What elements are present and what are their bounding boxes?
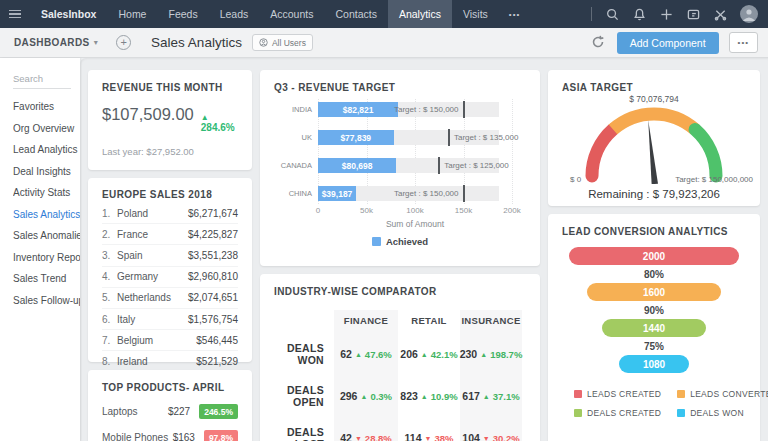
up-arrow-icon: ▲ xyxy=(421,351,428,358)
up-arrow-icon: ▲ xyxy=(480,351,487,358)
sidebar-item-lead-analytics[interactable]: Lead Analytics xyxy=(13,144,80,155)
funnel-chart: 2000 80% 1600 90% 1440 75% 1080 xyxy=(562,247,746,373)
row-header: DEALS LOST xyxy=(274,417,334,441)
sidebar-item-sales-analytics[interactable]: Sales Analytics xyxy=(13,209,80,220)
user-avatar[interactable] xyxy=(740,5,758,23)
sidebar-item-sales-trend[interactable]: Sales Trend xyxy=(13,273,80,284)
sidebar-item-deal-insights[interactable]: Deal Insights xyxy=(13,166,80,177)
chart-bar-row: INDIA $82,821 Target : $ 150,000 xyxy=(318,102,512,117)
list-item: 2.France$4,225,827 xyxy=(102,224,238,245)
nav-item-analytics[interactable]: Analytics xyxy=(388,0,452,28)
funnel-stage[interactable]: 1600 xyxy=(587,283,721,301)
chart-bar-row: CANADA $80,698 Target : $ 125,000 xyxy=(318,158,512,173)
sidebar-item-inventory-reports[interactable]: Inventory Reports xyxy=(13,252,80,263)
legend-item: DEALS CREATED xyxy=(574,408,661,418)
card-title: LEAD CONVERSION ANALYTICS xyxy=(562,226,746,237)
nav-item-contacts[interactable]: Contacts xyxy=(324,0,387,28)
top-navigation-bar: SalesInbox Home Feeds Leads Accounts Con… xyxy=(0,0,768,28)
legend-swatch xyxy=(372,237,381,246)
add-dashboard-button[interactable]: + xyxy=(116,35,131,50)
menu-icon[interactable] xyxy=(0,0,30,28)
status-badge: 246.5% xyxy=(199,404,238,419)
funnel-stage[interactable]: 2000 xyxy=(569,247,738,265)
gauge-segment-green xyxy=(695,129,716,176)
legend-item: LEADS CREATED xyxy=(574,389,661,399)
funnel-legend: LEADS CREATED LEADS CONVERTED DEALS CREA… xyxy=(562,389,746,418)
nav-divider xyxy=(591,7,592,21)
users-icon xyxy=(259,38,268,47)
all-users-label: All Users xyxy=(272,38,306,48)
table-cell: 617▲37.1% xyxy=(460,375,522,417)
sidebar-item-favorites[interactable]: Favorites xyxy=(13,101,80,112)
search-icon[interactable] xyxy=(605,7,619,21)
status-badge: 97.8% xyxy=(204,430,238,441)
add-component-button[interactable]: Add Component xyxy=(617,32,719,54)
toolbar-more-button[interactable]: ••• xyxy=(729,32,758,53)
nav-right-actions xyxy=(591,0,768,28)
panel-icon[interactable] xyxy=(686,7,700,21)
achieved-bar[interactable]: $80,698 xyxy=(318,158,396,173)
nav-item-feeds[interactable]: Feeds xyxy=(157,0,208,28)
row-header: DEALS WON xyxy=(274,333,334,375)
asia-target-card: ASIA TARGET $ 70,076,794 $ 0 Target: $ 1… xyxy=(548,70,760,206)
nav-item-leads[interactable]: Leads xyxy=(209,0,260,28)
search-input[interactable] xyxy=(13,71,71,89)
card-title: INDUSTRY-WISE COMPARATOR xyxy=(274,286,526,297)
legend-swatch xyxy=(574,409,582,417)
funnel-stage[interactable]: 1080 xyxy=(619,355,689,373)
bell-icon[interactable] xyxy=(632,7,646,21)
gauge-remaining-label: Remaining : $ 79,923,206 xyxy=(562,188,746,200)
column-header: RETAIL xyxy=(398,307,460,333)
funnel-stage[interactable]: 1440 xyxy=(602,319,705,337)
quick-create-plus-icon[interactable] xyxy=(659,7,673,21)
table-cell: 42▼28.8% xyxy=(334,417,398,441)
conversion-rate: 75% xyxy=(562,337,746,355)
dashboards-dropdown[interactable]: DASHBOARDS ▾ xyxy=(10,37,102,48)
chevron-down-icon: ▾ xyxy=(94,38,98,47)
table-cell: 206▲42.1% xyxy=(398,333,460,375)
x-axis-label: Sum of Amount xyxy=(318,219,512,229)
gauge-min-label: $ 0 xyxy=(570,175,581,184)
sidebar-item-sales-anomalies[interactable]: Sales Anomalies xyxy=(13,230,80,241)
nav-item-visits[interactable]: Visits xyxy=(452,0,499,28)
list-item: Laptops $227 246.5% xyxy=(102,404,238,419)
table-cell: 296▲0.3% xyxy=(334,375,398,417)
nav-item-accounts[interactable]: Accounts xyxy=(259,0,324,28)
row-header: DEALS OPEN xyxy=(274,375,334,417)
list-item: 1.Poland$6,271,674 xyxy=(102,203,238,224)
table-cell: 104▼30.2% xyxy=(460,417,522,441)
down-arrow-icon: ▼ xyxy=(483,435,490,441)
achieved-bar[interactable]: $82,821 xyxy=(318,102,398,117)
card-title: ASIA TARGET xyxy=(562,82,746,93)
dashboard-toolbar: DASHBOARDS ▾ + Sales Analytics All Users… xyxy=(0,28,768,58)
refresh-icon[interactable] xyxy=(591,35,607,51)
achieved-bar[interactable]: $77,839 xyxy=(318,130,394,145)
revenue-change: ▲ 284.6% xyxy=(201,111,238,133)
achieved-bar[interactable]: $39,187 xyxy=(318,186,356,201)
nav-item-salesinbox[interactable]: SalesInbox xyxy=(30,0,107,28)
legend-swatch xyxy=(677,409,685,417)
sidebar-item-org-overview[interactable]: Org Overview xyxy=(13,123,80,134)
conversion-rate: 90% xyxy=(562,301,746,319)
card-title: TOP PRODUCTS- APRIL xyxy=(102,382,238,393)
nav-item-home[interactable]: Home xyxy=(107,0,157,28)
list-item: 7.Belgium$546,445 xyxy=(102,330,238,351)
table-cell: 62▲47.6% xyxy=(334,333,398,375)
card-title: Q3 - REVENUE TARGET xyxy=(274,82,526,93)
gauge-segment-red xyxy=(592,129,613,176)
sidebar-item-sales-follow-up[interactable]: Sales Follow-up T xyxy=(13,295,80,306)
card-title: EUROPE SALES 2018 xyxy=(102,189,238,200)
all-users-badge[interactable]: All Users xyxy=(252,34,313,51)
up-arrow-icon: ▲ xyxy=(360,393,367,400)
conversion-rate: 80% xyxy=(562,265,746,283)
legend-swatch xyxy=(677,390,685,398)
tools-icon[interactable] xyxy=(713,7,727,21)
revenue-amount: $107,509.00 xyxy=(102,105,194,124)
dashboard-canvas: REVENUE THIS MONTH $107,509.00 ▲ 284.6% … xyxy=(80,58,768,441)
list-item: 6.Italy$1,576,754 xyxy=(102,309,238,330)
nav-more-tabs-button[interactable]: ••• xyxy=(499,0,530,28)
table-cell: 823▲10.9% xyxy=(398,375,460,417)
table-cell: 230▲198.7% xyxy=(460,333,522,375)
list-item: 3.Spain$3,551,238 xyxy=(102,245,238,266)
sidebar-item-activity-stats[interactable]: Activity Stats xyxy=(13,187,80,198)
